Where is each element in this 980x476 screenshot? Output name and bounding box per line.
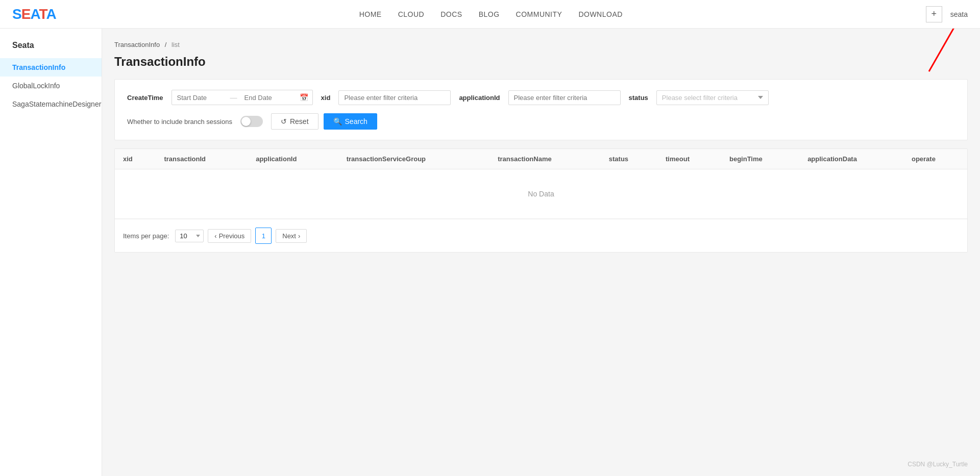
sidebar-item-transaction-info[interactable]: TransactionInfo (0, 58, 102, 77)
topnav-icon-button[interactable]: + (926, 6, 942, 22)
start-date-input[interactable] (172, 91, 228, 105)
table-body: No Data (115, 169, 967, 219)
main-content: TransactionInfo / list TransactionInfo C… (102, 29, 980, 476)
xid-input[interactable] (338, 90, 451, 105)
nav-links: HOME CLOUD DOCS BLOG COMMUNITY DOWNLOAD (359, 10, 623, 18)
breadcrumb-current: list (172, 41, 180, 48)
application-id-input[interactable] (508, 90, 621, 105)
nav-download[interactable]: DOWNLOAD (578, 10, 622, 18)
action-buttons: ↺ Reset 🔍 Search (271, 113, 377, 130)
reset-button[interactable]: ↺ Reset (271, 113, 318, 130)
transaction-table: xid transactionId applicationId transact… (115, 149, 967, 219)
col-transaction-name: transactionName (489, 149, 601, 169)
topnav-right: + seata (926, 6, 968, 22)
topnav-user: seata (950, 10, 968, 18)
pagination: Items per page: 10 20 50 100 ‹ Previous … (115, 219, 967, 252)
create-time-label: CreateTime (127, 94, 163, 102)
previous-button[interactable]: ‹ Previous (208, 229, 251, 243)
status-label: status (629, 94, 648, 102)
reset-icon: ↺ (281, 117, 287, 126)
col-xid: xid (115, 149, 156, 169)
col-transaction-service-group: transactionServiceGroup (338, 149, 489, 169)
calendar-icon[interactable]: 📅 (296, 90, 312, 105)
col-timeout: timeout (657, 149, 721, 169)
breadcrumb-parent[interactable]: TransactionInfo (114, 41, 160, 48)
no-data-message: No Data (115, 169, 967, 219)
no-data-row: No Data (115, 169, 967, 219)
chevron-right-icon: › (298, 232, 300, 240)
table-header-row: xid transactionId applicationId transact… (115, 149, 967, 169)
col-operate: operate (903, 149, 967, 169)
nav-community[interactable]: COMMUNITY (516, 10, 562, 18)
logo: SEATA (12, 6, 56, 22)
page-title: TransactionInfo (114, 55, 968, 69)
col-status: status (601, 149, 657, 169)
sidebar: Seata TransactionInfo GlobalLockInfo Sag… (0, 29, 102, 476)
next-button[interactable]: Next › (276, 229, 307, 243)
nav-blog[interactable]: BLOG (479, 10, 500, 18)
table-header: xid transactionId applicationId transact… (115, 149, 967, 169)
date-separator: — (228, 93, 239, 102)
nav-home[interactable]: HOME (359, 10, 382, 18)
chevron-left-icon: ‹ (214, 232, 216, 240)
filter-card: CreateTime — 📅 xid applicationId status … (114, 79, 968, 140)
sidebar-item-global-lock-info[interactable]: GlobalLockInfo (0, 77, 102, 95)
status-select[interactable]: Please select filter criteria (656, 90, 769, 105)
topnav: SEATA HOME CLOUD DOCS BLOG COMMUNITY DOW… (0, 0, 980, 29)
sidebar-item-saga-designer[interactable]: SagaStatemachineDesigner (0, 95, 102, 113)
date-range-picker[interactable]: — 📅 (172, 90, 313, 105)
xid-label: xid (321, 94, 331, 102)
search-icon: 🔍 (333, 117, 342, 126)
breadcrumb: TransactionInfo / list (114, 41, 968, 48)
col-begin-time: beginTime (721, 149, 799, 169)
nav-docs[interactable]: DOCS (440, 10, 462, 18)
nav-cloud[interactable]: CLOUD (398, 10, 425, 18)
table-card: xid transactionId applicationId transact… (114, 148, 968, 253)
items-per-page-select[interactable]: 10 20 50 100 (175, 230, 204, 242)
current-page: 1 (255, 228, 272, 244)
filter-row: CreateTime — 📅 xid applicationId status … (127, 90, 955, 105)
search-button[interactable]: 🔍 Search (324, 113, 377, 130)
col-application-id: applicationId (248, 149, 338, 169)
application-id-label: applicationId (459, 94, 500, 102)
items-per-page-label: Items per page: (123, 232, 169, 240)
layout: Seata TransactionInfo GlobalLockInfo Sag… (0, 29, 980, 476)
sidebar-brand: Seata (0, 37, 102, 58)
end-date-input[interactable] (239, 91, 296, 105)
branch-sessions-label: Whether to include branch sessions (127, 118, 232, 126)
col-transaction-id: transactionId (156, 149, 248, 169)
toggle-buttons-row: Whether to include branch sessions ↺ Res… (127, 113, 955, 130)
branch-sessions-toggle[interactable] (240, 116, 263, 127)
col-application-data: applicationData (799, 149, 903, 169)
